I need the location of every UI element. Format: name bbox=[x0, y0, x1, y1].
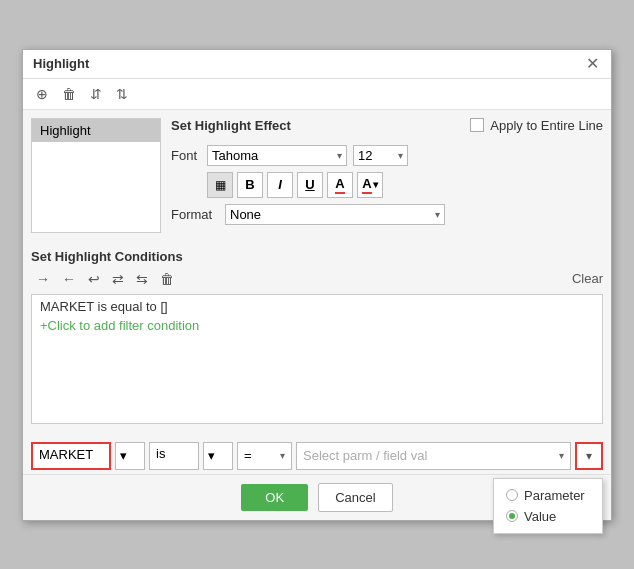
font-row: Font Tahoma ▾ 12 ▾ bbox=[171, 145, 603, 166]
bg-color-label: A bbox=[362, 176, 371, 194]
operator-value: is bbox=[156, 446, 165, 461]
format-select[interactable]: None ▾ bbox=[225, 204, 445, 225]
font-size-select[interactable]: 12 ▾ bbox=[353, 145, 408, 166]
size-dropdown-arrow: ▾ bbox=[398, 150, 403, 161]
move-down-button[interactable]: ⇅ bbox=[111, 83, 133, 105]
value-radio bbox=[506, 510, 518, 522]
cancel-button[interactable]: Cancel bbox=[318, 483, 392, 512]
condition-display: MARKET is equal to [] +Click to add filt… bbox=[31, 294, 603, 424]
move-up-button[interactable]: ⇵ bbox=[85, 83, 107, 105]
conditions-section: Set Highlight Conditions → ← ↩ ⇄ ⇆ 🗑 Cle… bbox=[23, 241, 611, 438]
value-label: Value bbox=[524, 509, 556, 524]
value-select[interactable]: Select parm / field val ▾ bbox=[296, 442, 571, 470]
font-value: Tahoma bbox=[212, 148, 258, 163]
operator-select[interactable]: is bbox=[149, 442, 199, 470]
filter-row: MARKET ▾ is ▾ = ▾ Select parm / field va… bbox=[23, 438, 611, 474]
clear-button[interactable]: Clear bbox=[572, 271, 603, 286]
cond-left-btn[interactable]: ← bbox=[57, 268, 81, 290]
right-panel: Set Highlight Effect Apply to Entire Lin… bbox=[171, 118, 603, 233]
cond-back-btn[interactable]: ↩ bbox=[83, 268, 105, 290]
value-option[interactable]: Value bbox=[506, 506, 590, 527]
close-button[interactable]: ✕ bbox=[584, 56, 601, 72]
apply-entire-line-label: Apply to Entire Line bbox=[490, 118, 603, 133]
format-row: Format None ▾ bbox=[171, 204, 603, 225]
operator-dropdown-arrow[interactable]: ▾ bbox=[203, 442, 233, 470]
font-color-button[interactable]: A bbox=[327, 172, 353, 198]
highlight-list: Highlight bbox=[31, 118, 161, 233]
condition-text: MARKET is equal to [] bbox=[40, 299, 594, 314]
type-icon: ▾ bbox=[586, 449, 592, 463]
format-dropdown-arrow: ▾ bbox=[435, 209, 440, 220]
color-picker-box[interactable]: ▦ bbox=[207, 172, 233, 198]
set-highlight-label: Set Highlight Effect bbox=[171, 118, 291, 133]
add-button[interactable]: ⊕ bbox=[31, 83, 53, 105]
format-label: Format bbox=[171, 207, 219, 222]
parameter-option[interactable]: Parameter bbox=[506, 485, 590, 506]
delete-button[interactable]: 🗑 bbox=[57, 83, 81, 105]
field-value: MARKET bbox=[39, 447, 93, 462]
eq-value: = bbox=[244, 448, 252, 463]
toolbar: ⊕ 🗑 ⇵ ⇅ bbox=[23, 79, 611, 110]
color-picker-icon: ▦ bbox=[215, 178, 226, 192]
eq-arrow-icon: ▾ bbox=[280, 450, 285, 461]
highlight-dialog: Highlight ✕ ⊕ 🗑 ⇵ ⇅ Highlight Set Highli… bbox=[22, 49, 612, 521]
value-arrow-icon: ▾ bbox=[559, 450, 564, 461]
title-bar: Highlight ✕ bbox=[23, 50, 611, 79]
value-placeholder: Select parm / field val bbox=[303, 448, 427, 463]
cond-move1-btn[interactable]: ⇄ bbox=[107, 268, 129, 290]
field-arrow-icon: ▾ bbox=[120, 448, 127, 463]
field-select[interactable]: MARKET bbox=[31, 442, 111, 470]
bold-button[interactable]: B bbox=[237, 172, 263, 198]
parameter-radio bbox=[506, 489, 518, 501]
main-content: Highlight Set Highlight Effect Apply to … bbox=[23, 110, 611, 241]
list-item[interactable]: Highlight bbox=[32, 119, 160, 142]
eq-select[interactable]: = ▾ bbox=[237, 442, 292, 470]
cond-move2-btn[interactable]: ⇆ bbox=[131, 268, 153, 290]
dialog-title: Highlight bbox=[33, 56, 89, 71]
font-dropdown-arrow: ▾ bbox=[337, 150, 342, 161]
font-select[interactable]: Tahoma ▾ bbox=[207, 145, 347, 166]
operator-arrow-icon: ▾ bbox=[208, 448, 215, 463]
bg-color-button[interactable]: A ▾ bbox=[357, 172, 383, 198]
underline-button[interactable]: U bbox=[297, 172, 323, 198]
formatting-row: ▦ B I U A A ▾ bbox=[207, 172, 603, 198]
font-color-label: A bbox=[335, 176, 344, 194]
ok-button[interactable]: OK bbox=[241, 484, 308, 511]
font-size-value: 12 bbox=[358, 148, 372, 163]
type-button[interactable]: ▾ bbox=[575, 442, 603, 470]
apply-row: Apply to Entire Line bbox=[470, 118, 603, 133]
type-dropdown-popup: Parameter Value bbox=[493, 478, 603, 534]
cond-delete-btn[interactable]: 🗑 bbox=[155, 268, 179, 290]
conditions-toolbar: → ← ↩ ⇄ ⇆ 🗑 Clear bbox=[31, 268, 603, 290]
conditions-label: Set Highlight Conditions bbox=[31, 249, 603, 264]
italic-button[interactable]: I bbox=[267, 172, 293, 198]
add-filter-link[interactable]: +Click to add filter condition bbox=[40, 318, 199, 333]
left-panel: Highlight bbox=[31, 118, 161, 233]
cond-right-btn[interactable]: → bbox=[31, 268, 55, 290]
field-dropdown-arrow[interactable]: ▾ bbox=[115, 442, 145, 470]
apply-entire-line-checkbox[interactable] bbox=[470, 118, 484, 132]
parameter-label: Parameter bbox=[524, 488, 585, 503]
font-label: Font bbox=[171, 148, 201, 163]
format-value: None bbox=[230, 207, 261, 222]
